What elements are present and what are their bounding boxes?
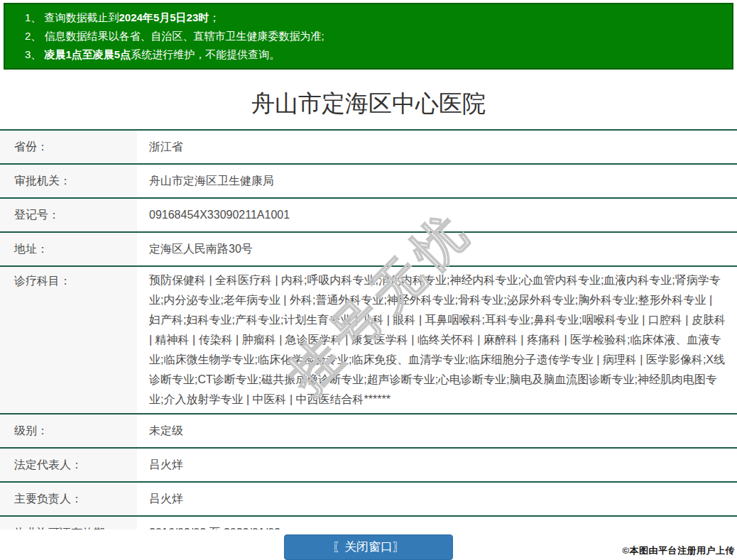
row-value: 未定级 — [137, 414, 737, 447]
row-label: 级别： — [0, 414, 137, 447]
table-row: 省份： 浙江省 — [0, 131, 737, 165]
row-value: 浙江省 — [137, 131, 737, 163]
table-row: 级别： 未定级 — [0, 414, 737, 449]
notice-banner: 1、 查询数据截止到2024年5月5日23时； 2、 信息数据结果以各省、自治区… — [4, 3, 733, 70]
notice-line: 1、 查询数据截止到2024年5月5日23时； — [25, 9, 725, 27]
row-value: 定海区人民南路30号 — [137, 233, 737, 265]
row-value: 预防保健科 | 全科医疗科 | 内科;呼吸内科专业;消化内科专业;神经内科专业;… — [137, 267, 737, 413]
info-table: 省份： 浙江省 审批机关： 舟山市定海区卫生健康局 登记号： 09168454X… — [0, 129, 737, 529]
row-label: 诊疗科目： — [0, 267, 137, 413]
row-value: 09168454X33090211A1001 — [137, 199, 737, 231]
notice-line: 3、 凌晨1点至凌晨5点系统进行维护，不能提供查询。 — [25, 45, 725, 64]
row-label: 主要负责人： — [0, 483, 137, 515]
notice-text: ； — [209, 11, 219, 23]
row-value: 2016/09/02 至 2029/01/09 — [137, 517, 737, 529]
notice-text: 3、 — [25, 48, 45, 60]
notice-text: 系统进行维护，不能提供查询。 — [131, 48, 280, 60]
table-row: 登记号： 09168454X33090211A1001 — [0, 199, 737, 233]
close-window-button[interactable]: 〖关闭窗口〗 — [284, 534, 453, 560]
notice-text: 1、 查询数据截止到 — [25, 11, 119, 23]
row-label: 地址： — [0, 233, 137, 265]
table-row: 主要负责人： 吕火烊 — [0, 483, 737, 517]
table-row: 法定代表人： 吕火烊 — [0, 449, 737, 483]
row-label: 执业许可证有效期： — [0, 517, 137, 529]
page: 1、 查询数据截止到2024年5月5日23时； 2、 信息数据结果以各省、自治区… — [0, 0, 737, 560]
notice-line: 2、 信息数据结果以各省、自治区、直辖市卫生健康委数据为准; — [25, 27, 725, 45]
page-title: 舟山市定海区中心医院 — [0, 89, 737, 118]
row-value: 吕火烊 — [137, 449, 737, 481]
table-row: 执业许可证有效期： 2016/09/02 至 2029/01/09 — [0, 517, 737, 529]
table-row: 审批机关： 舟山市定海区卫生健康局 — [0, 165, 737, 199]
row-label: 省份： — [0, 131, 137, 163]
notice-text: 2、 信息数据结果以各省、自治区、直辖市卫生健康委数据为准; — [25, 30, 324, 42]
row-label: 审批机关： — [0, 165, 137, 197]
notice-bold-text: 2024年5月5日23时 — [119, 11, 209, 23]
row-value: 舟山市定海区卫生健康局 — [137, 165, 737, 197]
row-label: 法定代表人： — [0, 449, 137, 481]
table-row: 诊疗科目： 预防保健科 | 全科医疗科 | 内科;呼吸内科专业;消化内科专业;神… — [0, 267, 737, 414]
table-row: 地址： 定海区人民南路30号 — [0, 233, 737, 267]
notice-bold-text: 凌晨1点至凌晨5点 — [45, 48, 131, 60]
upload-credit: ©本图由平台注册用户上传 — [622, 544, 735, 557]
row-value: 吕火烊 — [137, 483, 737, 515]
row-label: 登记号： — [0, 199, 137, 231]
